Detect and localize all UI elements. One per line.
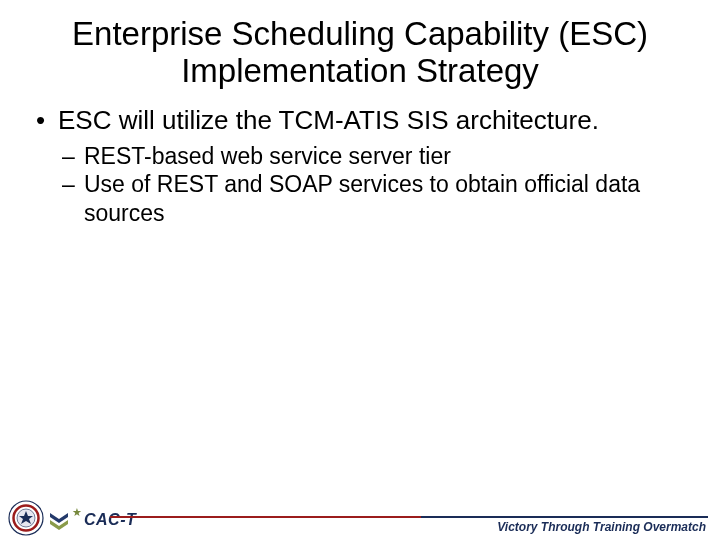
sub-bullet-text: REST-based web service server tier	[84, 143, 451, 169]
brand-text: CAC-T	[84, 511, 136, 529]
title-line-1: Enterprise Scheduling Capability (ESC)	[72, 15, 648, 52]
seal-icon	[8, 500, 44, 536]
footer: ★ CAC-T Victory Through Training Overmat…	[0, 494, 720, 540]
slide-body: ESC will utilize the TCM-ATIS SIS archit…	[0, 96, 720, 228]
footer-motto: Victory Through Training Overmatch	[497, 520, 706, 534]
footer-divider	[110, 516, 708, 518]
star-icon: ★	[72, 506, 82, 519]
bullet-list: ESC will utilize the TCM-ATIS SIS archit…	[30, 104, 690, 228]
sub-bullet-item: Use of REST and SOAP services to obtain …	[58, 170, 690, 228]
sub-bullet-text: Use of REST and SOAP services to obtain …	[84, 171, 640, 226]
chevron-icon	[48, 509, 70, 531]
sub-bullet-item: REST-based web service server tier	[58, 142, 690, 171]
bullet-text: ESC will utilize the TCM-ATIS SIS archit…	[58, 105, 599, 135]
bullet-item: ESC will utilize the TCM-ATIS SIS archit…	[30, 104, 690, 228]
slide: Enterprise Scheduling Capability (ESC) I…	[0, 0, 720, 540]
slide-title: Enterprise Scheduling Capability (ESC) I…	[0, 0, 720, 96]
brand-logo: ★ CAC-T	[48, 508, 136, 532]
sub-bullet-list: REST-based web service server tier Use o…	[58, 142, 690, 228]
title-line-2: Implementation Strategy	[181, 52, 539, 89]
